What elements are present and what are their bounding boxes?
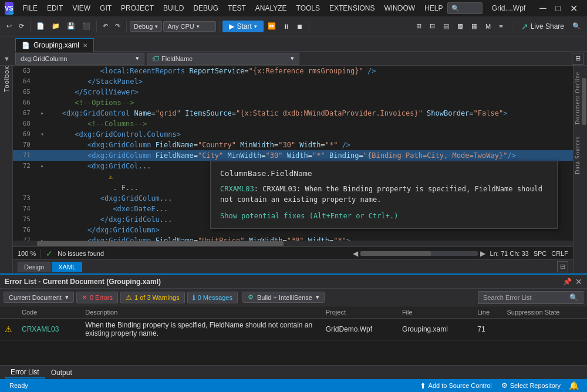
collapse-gutter: [38, 225, 47, 235]
scope-dropdown[interactable]: Current Document ▾: [4, 292, 74, 303]
collapse-gutter[interactable]: ▸: [38, 161, 47, 193]
error-list-header: Error List - Current Document (Grouping.…: [0, 275, 587, 289]
maximize-button[interactable]: □: [551, 4, 565, 13]
code-editor[interactable]: 63 <local:RecentReports ReportService="{…: [13, 66, 573, 241]
output-tab[interactable]: Output: [45, 367, 78, 378]
close-button[interactable]: ✕: [565, 3, 582, 14]
cpu-config-dropdown[interactable]: Any CPU ▾: [163, 21, 216, 32]
toolbox-sidebar[interactable]: Toolbox: [0, 66, 13, 273]
menu-analyze[interactable]: ANALYZE: [251, 2, 292, 15]
popup-fix-link[interactable]: Show potential fixes (Alt+Enter or Ctrl+…: [220, 211, 548, 221]
menu-build[interactable]: BUILD: [158, 2, 188, 15]
scroll-left[interactable]: ◀: [353, 249, 358, 258]
error-search-box[interactable]: Search Error List 🔍: [478, 291, 583, 304]
toolbar-undo[interactable]: ↶: [100, 21, 111, 32]
toolbar-save[interactable]: 💾: [64, 21, 78, 32]
crlf-label: CRLF: [551, 250, 568, 257]
error-code-cell[interactable]: CRXAML03: [17, 319, 80, 340]
errors-filter-btn[interactable]: ✕ 0 Errors: [76, 292, 118, 303]
toolbar-icon-2[interactable]: ⊟: [427, 21, 438, 32]
menu-extensions[interactable]: EXTENSIONS: [325, 2, 379, 15]
error-table-container[interactable]: Code Description Project File Line Suppr…: [0, 306, 587, 365]
source-control-btn[interactable]: ⬆ Add to Source Control: [415, 381, 497, 390]
toolbar-save-all[interactable]: ⬛: [79, 21, 93, 32]
collapse-gutter[interactable]: ▾: [38, 129, 47, 140]
live-share-button[interactable]: ↗ Live Share: [517, 20, 568, 33]
tab-close-icon[interactable]: ✕: [83, 42, 87, 49]
menu-project[interactable]: PROJECT: [116, 2, 158, 15]
toolbar-stop[interactable]: ⏹: [294, 21, 306, 32]
toolbar-icon-1[interactable]: ⊞: [413, 21, 424, 32]
code-line: 65 </ScrollViewer>: [13, 87, 573, 97]
tab-grouping-xaml[interactable]: 📄 Grouping.xaml ✕: [15, 38, 94, 52]
code-line: 77 ▸ <dxg:GridColumn FieldName="UnitPric…: [13, 235, 573, 241]
toolbar-open[interactable]: 📁: [49, 21, 63, 32]
col-line-header[interactable]: Line: [473, 306, 502, 319]
toolbar-icon-5[interactable]: ▦: [468, 21, 480, 32]
col-project-header[interactable]: Project: [321, 306, 397, 319]
vertical-scrollbar[interactable]: [581, 66, 587, 273]
toolbox-label: Toolbox: [3, 66, 10, 98]
col-file-header[interactable]: File: [397, 306, 473, 319]
messages-filter-btn[interactable]: ℹ 0 Messages: [187, 292, 238, 303]
line-number: 75: [13, 214, 38, 225]
xaml-tab[interactable]: XAML: [52, 262, 82, 272]
line-number: 76: [13, 225, 38, 235]
col-code-header[interactable]: Code: [17, 306, 80, 319]
build-scope-dropdown[interactable]: ⚙ Build + IntelliSense ▾: [242, 292, 325, 303]
data-sources-label[interactable]: Data Sources: [574, 136, 581, 174]
search-box[interactable]: 🔍: [447, 2, 482, 14]
popup-link[interactable]: CRXAML03: [220, 185, 254, 193]
code-line: 63 <local:RecentReports ReportService="{…: [13, 66, 573, 76]
toolbar-icon-7[interactable]: ≡: [496, 21, 505, 32]
design-tab[interactable]: Design: [18, 262, 50, 272]
error-project-cell: GridDemo.Wpf: [321, 319, 397, 340]
error-row[interactable]: ⚠ CRXAML03 When the Binding property is …: [0, 319, 587, 340]
toolbar-icon-4[interactable]: ▩: [454, 21, 466, 32]
minimize-button[interactable]: ─: [535, 3, 551, 13]
collapse-gutter[interactable]: ▸: [38, 235, 47, 241]
warnings-filter-btn[interactable]: ⚠ 1 of 3 Warnings: [120, 292, 185, 303]
right-nav-dropdown[interactable]: 🏷 FieldName ▾: [147, 53, 299, 65]
menu-debug[interactable]: DEBUG: [188, 2, 223, 15]
horizontal-scrollbar[interactable]: [13, 241, 573, 246]
spc-label: SPC: [534, 250, 547, 257]
error-panel-close[interactable]: ✕: [575, 277, 582, 286]
nav-expand-btn[interactable]: ⊞: [572, 53, 583, 65]
notifications-icon[interactable]: 🔔: [565, 381, 582, 390]
menu-file[interactable]: FILE: [18, 2, 42, 15]
toolbar-search[interactable]: 🔍: [569, 21, 583, 32]
toolbar-step[interactable]: ⏩: [265, 21, 279, 32]
select-repository-btn[interactable]: ⚙ Select Repository: [497, 381, 565, 390]
zoom-control[interactable]: 100 %: [18, 250, 36, 257]
start-button[interactable]: ▶ Start ▾: [222, 21, 263, 32]
toolbar-btn-2[interactable]: ⟳: [16, 21, 27, 32]
menu-help[interactable]: HELP: [420, 2, 447, 15]
col-suppression-header[interactable]: Suppression State: [502, 306, 587, 319]
debug-config-dropdown[interactable]: Debug ▾: [130, 21, 162, 32]
menu-test[interactable]: TEST: [223, 2, 251, 15]
line-number: 65: [13, 87, 38, 97]
document-outline-label[interactable]: Document Outline: [574, 72, 581, 124]
collapse-gutter[interactable]: ▸: [38, 108, 47, 119]
col-desc-header[interactable]: Description: [80, 306, 321, 319]
menu-tools[interactable]: TOOLS: [292, 2, 325, 15]
error-list-panel: Error List - Current Document (Grouping.…: [0, 273, 587, 379]
toolbar-redo[interactable]: ↷: [112, 21, 123, 32]
toolbar-icon-6[interactable]: M: [483, 21, 494, 32]
menu-window[interactable]: WINDOW: [379, 2, 420, 15]
toolbar-pause[interactable]: ⏸: [280, 21, 292, 32]
scroll-right[interactable]: ▶: [480, 249, 485, 258]
toolbar-icon-3[interactable]: ▤: [440, 21, 452, 32]
menu-git[interactable]: GIT: [95, 2, 116, 15]
popup-description: CRXAML03: CRXAML03: When the Binding pro…: [220, 184, 548, 205]
menu-view[interactable]: VIEW: [68, 2, 95, 15]
error-panel-pin[interactable]: 📌: [563, 278, 572, 286]
toolbar-new[interactable]: 📄: [33, 21, 48, 32]
left-nav-dropdown[interactable]: dxg:GridColumn ▾: [15, 53, 144, 65]
split-view-btn[interactable]: ⊟: [557, 261, 568, 272]
menu-edit[interactable]: EDIT: [42, 2, 68, 15]
col-icon-header[interactable]: [0, 306, 17, 319]
error-list-tab[interactable]: Error List: [5, 367, 45, 379]
toolbar-btn-1[interactable]: ↩: [4, 21, 15, 32]
